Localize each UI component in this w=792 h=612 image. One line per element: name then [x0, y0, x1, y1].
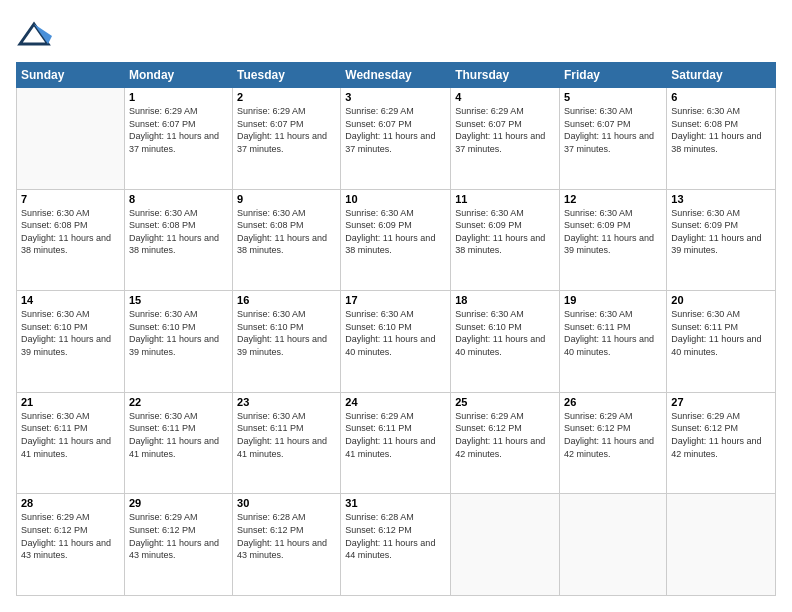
calendar-cell: 18Sunrise: 6:30 AMSunset: 6:10 PMDayligh… [451, 291, 560, 393]
day-info: Sunrise: 6:30 AMSunset: 6:08 PMDaylight:… [129, 207, 228, 257]
day-header-thursday: Thursday [451, 63, 560, 88]
calendar-week-0: 1Sunrise: 6:29 AMSunset: 6:07 PMDaylight… [17, 88, 776, 190]
calendar-cell: 27Sunrise: 6:29 AMSunset: 6:12 PMDayligh… [667, 392, 776, 494]
day-number: 20 [671, 294, 771, 306]
day-info: Sunrise: 6:30 AMSunset: 6:11 PMDaylight:… [21, 410, 120, 460]
day-info: Sunrise: 6:30 AMSunset: 6:11 PMDaylight:… [237, 410, 336, 460]
calendar-cell: 20Sunrise: 6:30 AMSunset: 6:11 PMDayligh… [667, 291, 776, 393]
day-header-monday: Monday [124, 63, 232, 88]
calendar-cell: 31Sunrise: 6:28 AMSunset: 6:12 PMDayligh… [341, 494, 451, 596]
day-number: 10 [345, 193, 446, 205]
calendar-cell: 29Sunrise: 6:29 AMSunset: 6:12 PMDayligh… [124, 494, 232, 596]
calendar-cell: 12Sunrise: 6:30 AMSunset: 6:09 PMDayligh… [560, 189, 667, 291]
calendar-cell: 4Sunrise: 6:29 AMSunset: 6:07 PMDaylight… [451, 88, 560, 190]
day-number: 1 [129, 91, 228, 103]
calendar-cell: 15Sunrise: 6:30 AMSunset: 6:10 PMDayligh… [124, 291, 232, 393]
calendar-cell: 24Sunrise: 6:29 AMSunset: 6:11 PMDayligh… [341, 392, 451, 494]
calendar-cell: 19Sunrise: 6:30 AMSunset: 6:11 PMDayligh… [560, 291, 667, 393]
day-number: 16 [237, 294, 336, 306]
day-info: Sunrise: 6:30 AMSunset: 6:11 PMDaylight:… [671, 308, 771, 358]
day-header-saturday: Saturday [667, 63, 776, 88]
day-number: 6 [671, 91, 771, 103]
day-number: 14 [21, 294, 120, 306]
day-info: Sunrise: 6:29 AMSunset: 6:12 PMDaylight:… [455, 410, 555, 460]
calendar-cell: 2Sunrise: 6:29 AMSunset: 6:07 PMDaylight… [233, 88, 341, 190]
day-number: 27 [671, 396, 771, 408]
day-info: Sunrise: 6:30 AMSunset: 6:10 PMDaylight:… [21, 308, 120, 358]
day-number: 17 [345, 294, 446, 306]
calendar-header-row: SundayMondayTuesdayWednesdayThursdayFrid… [17, 63, 776, 88]
day-info: Sunrise: 6:30 AMSunset: 6:11 PMDaylight:… [564, 308, 662, 358]
day-header-wednesday: Wednesday [341, 63, 451, 88]
calendar-cell [560, 494, 667, 596]
day-info: Sunrise: 6:30 AMSunset: 6:10 PMDaylight:… [129, 308, 228, 358]
day-number: 25 [455, 396, 555, 408]
header [16, 16, 776, 52]
calendar-cell [17, 88, 125, 190]
calendar-cell: 30Sunrise: 6:28 AMSunset: 6:12 PMDayligh… [233, 494, 341, 596]
calendar-cell: 26Sunrise: 6:29 AMSunset: 6:12 PMDayligh… [560, 392, 667, 494]
calendar-cell: 8Sunrise: 6:30 AMSunset: 6:08 PMDaylight… [124, 189, 232, 291]
calendar-cell: 28Sunrise: 6:29 AMSunset: 6:12 PMDayligh… [17, 494, 125, 596]
day-header-friday: Friday [560, 63, 667, 88]
page: SundayMondayTuesdayWednesdayThursdayFrid… [0, 0, 792, 612]
calendar-week-3: 21Sunrise: 6:30 AMSunset: 6:11 PMDayligh… [17, 392, 776, 494]
day-number: 8 [129, 193, 228, 205]
calendar-cell: 5Sunrise: 6:30 AMSunset: 6:07 PMDaylight… [560, 88, 667, 190]
calendar-cell: 1Sunrise: 6:29 AMSunset: 6:07 PMDaylight… [124, 88, 232, 190]
calendar-cell: 7Sunrise: 6:30 AMSunset: 6:08 PMDaylight… [17, 189, 125, 291]
day-number: 31 [345, 497, 446, 509]
day-info: Sunrise: 6:30 AMSunset: 6:10 PMDaylight:… [455, 308, 555, 358]
day-info: Sunrise: 6:29 AMSunset: 6:12 PMDaylight:… [671, 410, 771, 460]
day-number: 23 [237, 396, 336, 408]
calendar-week-2: 14Sunrise: 6:30 AMSunset: 6:10 PMDayligh… [17, 291, 776, 393]
calendar-cell: 17Sunrise: 6:30 AMSunset: 6:10 PMDayligh… [341, 291, 451, 393]
calendar-table: SundayMondayTuesdayWednesdayThursdayFrid… [16, 62, 776, 596]
calendar-cell: 14Sunrise: 6:30 AMSunset: 6:10 PMDayligh… [17, 291, 125, 393]
calendar-cell: 9Sunrise: 6:30 AMSunset: 6:08 PMDaylight… [233, 189, 341, 291]
day-info: Sunrise: 6:30 AMSunset: 6:09 PMDaylight:… [564, 207, 662, 257]
day-info: Sunrise: 6:28 AMSunset: 6:12 PMDaylight:… [345, 511, 446, 561]
calendar-week-4: 28Sunrise: 6:29 AMSunset: 6:12 PMDayligh… [17, 494, 776, 596]
day-info: Sunrise: 6:29 AMSunset: 6:12 PMDaylight:… [21, 511, 120, 561]
day-number: 11 [455, 193, 555, 205]
svg-marker-2 [34, 24, 52, 44]
day-number: 19 [564, 294, 662, 306]
day-number: 12 [564, 193, 662, 205]
calendar-cell: 25Sunrise: 6:29 AMSunset: 6:12 PMDayligh… [451, 392, 560, 494]
day-info: Sunrise: 6:29 AMSunset: 6:07 PMDaylight:… [345, 105, 446, 155]
calendar-cell: 10Sunrise: 6:30 AMSunset: 6:09 PMDayligh… [341, 189, 451, 291]
day-info: Sunrise: 6:29 AMSunset: 6:07 PMDaylight:… [455, 105, 555, 155]
calendar-cell: 23Sunrise: 6:30 AMSunset: 6:11 PMDayligh… [233, 392, 341, 494]
day-info: Sunrise: 6:29 AMSunset: 6:12 PMDaylight:… [564, 410, 662, 460]
day-header-sunday: Sunday [17, 63, 125, 88]
calendar-cell: 21Sunrise: 6:30 AMSunset: 6:11 PMDayligh… [17, 392, 125, 494]
day-info: Sunrise: 6:29 AMSunset: 6:12 PMDaylight:… [129, 511, 228, 561]
day-number: 18 [455, 294, 555, 306]
day-info: Sunrise: 6:30 AMSunset: 6:09 PMDaylight:… [455, 207, 555, 257]
calendar-week-1: 7Sunrise: 6:30 AMSunset: 6:08 PMDaylight… [17, 189, 776, 291]
day-info: Sunrise: 6:30 AMSunset: 6:07 PMDaylight:… [564, 105, 662, 155]
calendar-cell [451, 494, 560, 596]
day-number: 15 [129, 294, 228, 306]
day-number: 9 [237, 193, 336, 205]
day-info: Sunrise: 6:30 AMSunset: 6:11 PMDaylight:… [129, 410, 228, 460]
day-number: 21 [21, 396, 120, 408]
day-info: Sunrise: 6:30 AMSunset: 6:08 PMDaylight:… [671, 105, 771, 155]
logo-icon [16, 16, 52, 52]
calendar-cell: 11Sunrise: 6:30 AMSunset: 6:09 PMDayligh… [451, 189, 560, 291]
day-info: Sunrise: 6:28 AMSunset: 6:12 PMDaylight:… [237, 511, 336, 561]
calendar-cell: 3Sunrise: 6:29 AMSunset: 6:07 PMDaylight… [341, 88, 451, 190]
day-info: Sunrise: 6:30 AMSunset: 6:09 PMDaylight:… [671, 207, 771, 257]
day-number: 3 [345, 91, 446, 103]
day-info: Sunrise: 6:30 AMSunset: 6:09 PMDaylight:… [345, 207, 446, 257]
day-number: 24 [345, 396, 446, 408]
day-number: 30 [237, 497, 336, 509]
day-number: 29 [129, 497, 228, 509]
logo [16, 16, 56, 52]
day-info: Sunrise: 6:29 AMSunset: 6:11 PMDaylight:… [345, 410, 446, 460]
day-info: Sunrise: 6:29 AMSunset: 6:07 PMDaylight:… [129, 105, 228, 155]
day-number: 5 [564, 91, 662, 103]
day-header-tuesday: Tuesday [233, 63, 341, 88]
day-info: Sunrise: 6:30 AMSunset: 6:08 PMDaylight:… [21, 207, 120, 257]
